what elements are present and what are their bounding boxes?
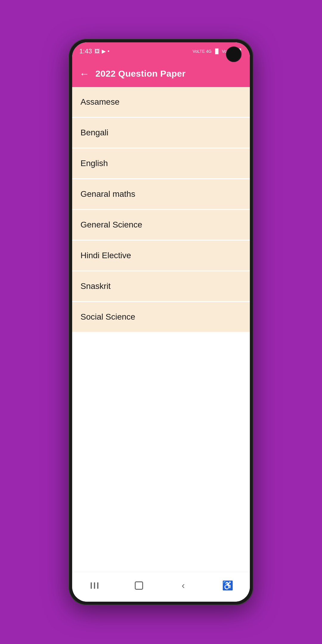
list-item-bengali[interactable]: Bengali (72, 118, 250, 148)
list-item-label: Genaral maths (80, 189, 135, 199)
nav-line-2 (94, 582, 95, 589)
back-nav-button[interactable]: ‹ (174, 577, 192, 595)
signal-bars: ▐▌ (213, 49, 220, 54)
list-item-general-maths[interactable]: Genaral maths (72, 179, 250, 210)
gallery-icon: 🖼 (95, 48, 100, 55)
status-bar: 1:43 🖼 ▶ • VoLTE 4G ▐▌ VoLTE ▐▌ (72, 42, 250, 60)
list-item-label: Hindi Elective (80, 251, 131, 260)
list-item-label: Assamese (80, 97, 120, 106)
list-item-general-science[interactable]: General Science (72, 210, 250, 241)
content-spacer (72, 333, 250, 572)
recent-apps-button[interactable] (86, 577, 103, 595)
list-item-label: General Science (80, 220, 142, 229)
list-item-assamese[interactable]: Assamese (72, 87, 250, 118)
back-nav-icon: ‹ (182, 580, 185, 591)
list-item-label: Snaskrit (80, 281, 111, 291)
list-item-label: English (80, 159, 108, 168)
accessibility-button[interactable]: ♿ (219, 577, 237, 595)
list-item-social-science[interactable]: Social Science (72, 302, 250, 333)
status-time: 1:43 🖼 ▶ • (79, 47, 109, 55)
list-item-label: Social Science (80, 312, 135, 321)
home-button[interactable] (130, 577, 148, 595)
list-item-hindi-elective[interactable]: Hindi Elective (72, 241, 250, 271)
page-title: 2022 Question Paper (95, 69, 186, 79)
dot-indicator: • (108, 48, 109, 55)
home-icon (135, 581, 143, 590)
phone-frame: 1:43 🖼 ▶ • VoLTE 4G ▐▌ VoLTE ▐▌ ← 2022 Q… (69, 39, 253, 605)
signal-text: VoLTE 4G (193, 49, 212, 54)
youtube-icon: ▶ (102, 48, 106, 55)
time-display: 1:43 (79, 47, 92, 55)
list-item-snaskrit[interactable]: Snaskrit (72, 271, 250, 302)
subject-list: Assamese Bengali English Genaral maths G… (72, 87, 250, 572)
accessibility-icon: ♿ (222, 580, 233, 591)
list-item-label: Bengali (80, 128, 108, 137)
notification-icons: 🖼 ▶ • (95, 48, 109, 55)
phone-screen: 1:43 🖼 ▶ • VoLTE 4G ▐▌ VoLTE ▐▌ ← 2022 Q… (72, 42, 250, 602)
recent-apps-icon (91, 582, 98, 589)
nav-line-1 (91, 582, 92, 589)
nav-bar: ‹ ♿ (72, 572, 250, 602)
list-item-english[interactable]: English (72, 148, 250, 179)
nav-line-3 (97, 582, 98, 589)
back-button[interactable]: ← (79, 68, 89, 80)
camera-cutout (226, 47, 242, 62)
app-bar: ← 2022 Question Paper (72, 60, 250, 87)
